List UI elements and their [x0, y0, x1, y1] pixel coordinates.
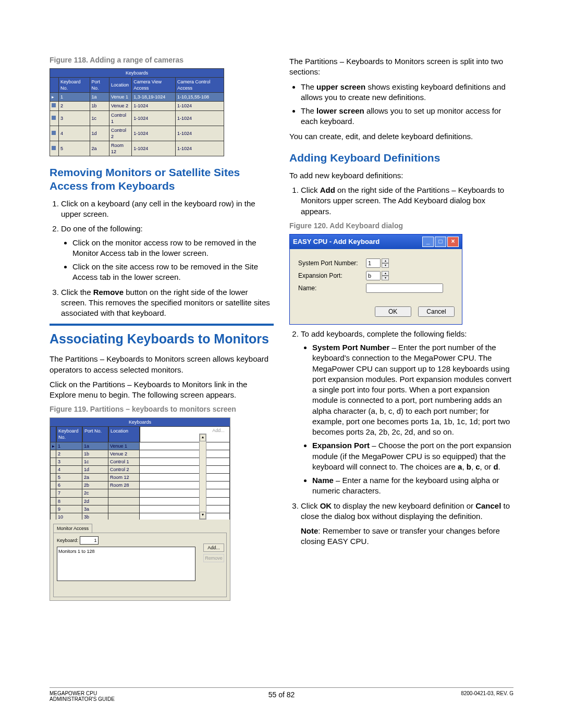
- list-item: Do one of the following: Click on the mo…: [61, 224, 274, 282]
- fig119-title: Keyboards: [50, 418, 230, 426]
- figure-120-caption: Figure 120. Add Keyboard dialog: [289, 221, 513, 231]
- scroll-up-icon[interactable]: ▴: [200, 434, 206, 441]
- page-number: 55 of 82: [50, 690, 513, 699]
- remove-steps: Click on a keyboard (any cell in the key…: [50, 199, 274, 319]
- col-port: Port No.: [90, 78, 109, 93]
- document-page: Figure 118. Adding a range of cameras Ke…: [0, 0, 563, 728]
- list-item: Click OK to display the new keyboard def…: [301, 501, 513, 547]
- list-item: The upper screen shows existing keyboard…: [301, 82, 513, 103]
- name-input[interactable]: [366, 283, 443, 293]
- col-kbno: Keyboard No.: [59, 78, 90, 93]
- right-column: The Partitions – Keyboards to Monitors s…: [289, 52, 513, 601]
- keyboard-value: 1: [80, 536, 99, 545]
- list-item: Expansion Port – Choose the port on the …: [312, 440, 513, 472]
- system-port-input[interactable]: [366, 258, 381, 268]
- col-loc: Location: [108, 426, 140, 442]
- table-row: 31cControl 11-10241-1024: [50, 110, 224, 126]
- col-view: Camera View Access: [132, 78, 176, 93]
- cancel-button[interactable]: Cancel: [418, 306, 455, 317]
- monitors-box: Monitors 1 to 128: [57, 547, 195, 581]
- paragraph: To add new keyboard definitions:: [289, 170, 513, 181]
- heading-removing: Removing Monitors or Satellite Sites Acc…: [50, 166, 274, 192]
- col-ctrl: Camera Control Access: [176, 78, 224, 93]
- scrollbar[interactable]: ▴▾: [199, 434, 206, 520]
- col-port: Port No.: [82, 426, 108, 442]
- monitor-access-tab[interactable]: Monitor Access: [53, 524, 92, 533]
- paragraph: Click on the Partitions – Keyboards to M…: [50, 379, 274, 401]
- keyboard-label: Keyboard:: [57, 538, 78, 543]
- table-118-title: Keyboards: [50, 68, 224, 77]
- add-button[interactable]: Add...: [203, 544, 224, 552]
- scroll-down-icon[interactable]: ▾: [200, 512, 206, 519]
- list-item: To add keyboards, complete the following…: [301, 329, 513, 497]
- maximize-icon[interactable]: □: [435, 237, 446, 247]
- table-row: 41dControl 21-10241-1024: [50, 126, 224, 141]
- expansion-port-input[interactable]: [366, 271, 381, 280]
- list-item: Click on the monitor access row to be re…: [72, 238, 274, 259]
- heading-associating: Associating Keyboards to Monitors: [50, 324, 274, 347]
- list-item: The lower screen allows you to set up mo…: [301, 106, 513, 127]
- col-kbno: Keyboard No.: [56, 426, 82, 442]
- minimize-icon[interactable]: _: [422, 237, 434, 247]
- col-loc: Location: [109, 78, 132, 93]
- table-row: 21bVenue 21-10241-1024: [50, 102, 224, 110]
- spinner-icon[interactable]: ▴▾: [382, 271, 389, 280]
- spinner-icon[interactable]: ▴▾: [382, 258, 389, 268]
- page-footer: MEGAPOWER CPUADMINISTRATOR'S GUIDE 55 of…: [50, 687, 513, 702]
- heading-adding-kbd: Adding Keyboard Definitions: [289, 151, 513, 164]
- list-item: Click on the site access row to be remov…: [72, 262, 274, 283]
- add-button-disabled: Add...: [209, 427, 228, 434]
- figure-118-caption: Figure 118. Adding a range of cameras: [50, 55, 274, 65]
- name-label: Name:: [298, 284, 366, 292]
- paragraph: The Partitions – Keyboards to Monitors s…: [289, 56, 513, 78]
- remove-button-disabled: Remove: [203, 554, 224, 562]
- ok-button[interactable]: OK: [375, 306, 411, 317]
- dialog-title: EASY CPU - Add Keyboard: [293, 237, 421, 246]
- list-item: Click Add on the right side of the Parti…: [301, 185, 513, 217]
- table-row: 52aRoom 121-10241-1024: [50, 141, 224, 156]
- left-column: Figure 118. Adding a range of cameras Ke…: [50, 52, 274, 601]
- list-item: Click on a keyboard (any cell in the key…: [61, 199, 274, 220]
- list-item: Click the Remove button on the right sid…: [61, 287, 274, 319]
- list-item: System Port Number – Enter the port numb…: [312, 342, 513, 437]
- figure-118-table: Keyboards Keyboard No. Port No. Location…: [50, 68, 224, 157]
- paragraph: The Partitions – Keyboards to Monitors s…: [50, 354, 274, 375]
- system-port-label: System Port Number:: [298, 259, 366, 267]
- figure-120-dialog: EASY CPU - Add Keyboard _ □ × System Por…: [289, 234, 462, 325]
- expansion-port-label: Expansion Port:: [298, 272, 366, 280]
- figure-119-caption: Figure 119. Partitions – keyboards to mo…: [50, 404, 274, 414]
- table-row: ▸11aVenue 11,3-18,19-10241-10,15,55-108: [50, 93, 224, 102]
- paragraph: You can create, edit, and delete keyboar…: [289, 131, 513, 142]
- list-item: Name – Enter a name for the keyboard usi…: [312, 475, 513, 497]
- close-icon[interactable]: ×: [447, 237, 459, 247]
- figure-119: Keyboards Keyboard No. Port No. Location…: [50, 417, 230, 601]
